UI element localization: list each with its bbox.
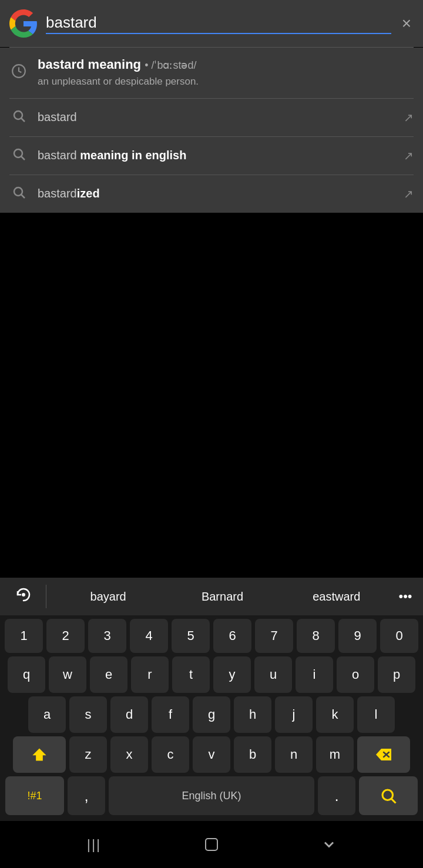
key-b[interactable]: b xyxy=(234,736,271,773)
key-o[interactable]: o xyxy=(337,656,374,693)
suggestion-bastard-content: bastard xyxy=(38,110,394,124)
key-s[interactable]: s xyxy=(69,696,107,733)
shift-button[interactable] xyxy=(13,736,66,773)
key-8[interactable]: 8 xyxy=(297,619,335,653)
key-w[interactable]: w xyxy=(49,656,86,693)
suggestion-bastardized-content: bastardized xyxy=(38,187,394,200)
period-button[interactable]: . xyxy=(318,776,355,815)
key-2[interactable]: 2 xyxy=(46,619,85,653)
key-i[interactable]: i xyxy=(296,656,333,693)
suggestion-meaning-text: bastard meaning in english xyxy=(38,149,394,162)
symbols-button[interactable]: !#1 xyxy=(5,776,64,815)
suggestion-meaning-english[interactable]: bastard meaning in english ↗ xyxy=(0,137,423,175)
key-j[interactable]: j xyxy=(275,696,313,733)
svg-line-2 xyxy=(22,118,25,122)
svg-line-4 xyxy=(22,156,25,160)
autocorrect-more[interactable]: ••• xyxy=(394,589,417,604)
svg-point-1 xyxy=(14,111,22,119)
svg-line-6 xyxy=(22,195,25,198)
key-n[interactable]: n xyxy=(275,736,313,773)
autocorrect-word-3[interactable]: eastward xyxy=(280,585,394,608)
clock-icon xyxy=(9,63,28,82)
search-icon-2 xyxy=(9,147,28,165)
search-enter-button[interactable] xyxy=(359,776,418,815)
search-input-wrapper[interactable] xyxy=(46,14,391,34)
qwerty-row: q w e r t y u i o p xyxy=(2,656,421,693)
definition-content: bastard meaning • /ˈbɑːstəd/ an unpleasa… xyxy=(38,57,414,89)
key-h[interactable]: h xyxy=(234,696,271,733)
key-k[interactable]: k xyxy=(316,696,354,733)
svg-point-3 xyxy=(14,149,22,157)
autocorrect-words: bayard Barnard eastward xyxy=(51,585,394,608)
key-q[interactable]: q xyxy=(8,656,45,693)
keyboard-rows: 1 2 3 4 5 6 7 8 9 0 q w e r t y u i o p … xyxy=(0,615,423,821)
suggestion-bastardized[interactable]: bastardized ↗ xyxy=(0,175,423,213)
definition-desc: an unpleasant or despicable person. xyxy=(38,75,414,89)
key-0[interactable]: 0 xyxy=(380,619,418,653)
key-l[interactable]: l xyxy=(357,696,395,733)
autocorrect-divider xyxy=(46,585,46,608)
arrow-icon-1: ↗ xyxy=(404,110,414,125)
search-icon-1 xyxy=(9,109,28,126)
autocorrect-icon xyxy=(6,585,41,608)
suggestion-bastardized-text: bastardized xyxy=(38,187,394,200)
key-d[interactable]: d xyxy=(110,696,148,733)
key-v[interactable]: v xyxy=(193,736,230,773)
key-a[interactable]: a xyxy=(28,696,66,733)
key-u[interactable]: u xyxy=(254,656,292,693)
phonetic-text: • /ˈbɑːstəd/ xyxy=(145,59,196,71)
key-4[interactable]: 4 xyxy=(130,619,168,653)
key-5[interactable]: 5 xyxy=(172,619,210,653)
svg-line-11 xyxy=(392,799,396,803)
suggestion-bastard[interactable]: bastard ↗ xyxy=(0,99,423,136)
suggestions-area: bastard meaning • /ˈbɑːstəd/ an unpleasa… xyxy=(0,48,423,213)
arrow-icon-2: ↗ xyxy=(404,149,414,163)
svg-point-5 xyxy=(14,187,22,196)
search-icon-3 xyxy=(9,185,28,203)
key-m[interactable]: m xyxy=(316,736,354,773)
suggestion-meaning-content: bastard meaning in english xyxy=(38,149,394,162)
suggestion-bastard-text: bastard xyxy=(38,110,394,124)
arrow-icon-3: ↗ xyxy=(404,187,414,201)
backspace-button[interactable] xyxy=(357,736,410,773)
key-e[interactable]: e xyxy=(90,656,127,693)
key-c[interactable]: c xyxy=(152,736,189,773)
bottom-row: !#1 , English (UK) . xyxy=(2,776,421,815)
definition-title: bastard meaning • /ˈbɑːstəd/ xyxy=(38,57,414,72)
nav-home-icon[interactable] xyxy=(194,827,229,862)
number-row: 1 2 3 4 5 6 7 8 9 0 xyxy=(2,619,421,653)
key-1[interactable]: 1 xyxy=(5,619,43,653)
nav-bar: ||| xyxy=(0,821,423,868)
key-r[interactable]: r xyxy=(131,656,169,693)
search-input[interactable] xyxy=(46,14,391,32)
key-f[interactable]: f xyxy=(152,696,189,733)
keyboard: bayard Barnard eastward ••• 1 2 3 4 5 6 … xyxy=(0,578,423,868)
svg-point-10 xyxy=(382,790,393,800)
asdf-row: a s d f g h j k l xyxy=(2,696,421,733)
search-bar: × xyxy=(0,0,423,47)
key-7[interactable]: 7 xyxy=(255,619,293,653)
key-3[interactable]: 3 xyxy=(88,619,126,653)
key-g[interactable]: g xyxy=(193,696,230,733)
svg-rect-12 xyxy=(206,839,217,850)
clear-button[interactable]: × xyxy=(400,12,414,35)
key-9[interactable]: 9 xyxy=(338,619,377,653)
space-button[interactable]: English (UK) xyxy=(109,776,314,815)
key-y[interactable]: y xyxy=(213,656,251,693)
autocorrect-word-2[interactable]: Barnard xyxy=(165,585,279,608)
autocorrect-word-1[interactable]: bayard xyxy=(51,585,165,608)
nav-back-icon[interactable]: ||| xyxy=(76,827,112,862)
google-logo xyxy=(9,9,38,38)
key-z[interactable]: z xyxy=(69,736,107,773)
key-p[interactable]: p xyxy=(378,656,415,693)
autocorrect-bar: bayard Barnard eastward ••• xyxy=(0,578,423,615)
comma-button[interactable]: , xyxy=(68,776,105,815)
key-t[interactable]: t xyxy=(172,656,210,693)
key-6[interactable]: 6 xyxy=(213,619,251,653)
suggestion-definition[interactable]: bastard meaning • /ˈbɑːstəd/ an unpleasa… xyxy=(0,48,423,98)
key-x[interactable]: x xyxy=(110,736,148,773)
zxcv-row: z x c v b n m xyxy=(2,736,421,773)
nav-recents-icon[interactable] xyxy=(311,827,347,862)
svg-point-7 xyxy=(22,593,25,596)
